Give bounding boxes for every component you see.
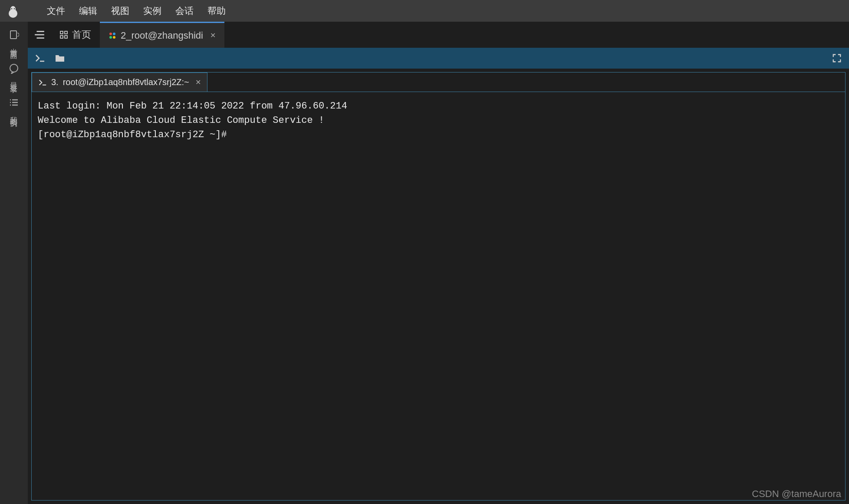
menu-items: 文件 编辑 视图 实例 会话 帮助 [47,5,226,17]
page-reload-icon [9,30,19,40]
toolbar-left [35,53,65,63]
svg-rect-17 [60,36,63,38]
sidebar-label: 当前页面 [9,43,19,48]
tab-label: 2_root@zhangshidi [121,30,203,41]
menu-help[interactable]: 帮助 [207,5,226,17]
terminal-icon[interactable] [35,53,45,63]
sidebar-my-instances[interactable]: 我的实例 [9,97,19,115]
hamburger-button[interactable] [28,22,51,48]
svg-point-1 [10,6,16,12]
menu-bar: 文件 编辑 视图 实例 会话 帮助 [0,0,849,22]
svg-point-2 [11,8,12,10]
svg-point-19 [109,33,112,35]
terminal-prompt-line: [root@iZbp1aq8nbf8vtlax7srj2Z ~]# [38,128,839,142]
sidebar-recent-login[interactable]: 最近登录 [9,63,19,82]
inner-tab-row: 3. root@iZbp1aq8nbf8vtlax7srj2Z:~ ✕ [31,72,846,92]
folder-icon[interactable] [55,53,65,63]
watermark: CSDN @tameAurora [752,488,841,500]
sidebar-label: 最近登录 [9,76,19,82]
tab-session-2[interactable]: 2_root@zhangshidi ✕ [100,22,224,48]
chat-icon [9,63,19,74]
menu-file[interactable]: 文件 [47,5,65,17]
inner-terminal-tab[interactable]: 3. root@iZbp1aq8nbf8vtlax7srj2Z:~ ✕ [32,72,207,92]
close-icon[interactable]: ✕ [195,78,201,86]
menu-view[interactable]: 视图 [111,5,129,17]
menu-edit[interactable]: 编辑 [79,5,97,17]
inner-tab-number: 3. [51,77,59,87]
terminal-line: Last login: Mon Feb 21 22:14:05 2022 fro… [38,99,839,113]
top-tabs: 首页 2_root@zhangshidi ✕ [28,22,849,48]
svg-point-3 [14,8,15,10]
terminal-output[interactable]: Last login: Mon Feb 21 22:14:05 2022 fro… [31,92,846,501]
inner-tab-label: root@iZbp1aq8nbf8vtlax7srj2Z:~ [63,77,189,87]
color-dots-icon [109,32,116,40]
sidebar-current-page[interactable]: 当前页面 [9,30,19,48]
svg-rect-4 [10,31,16,39]
left-sidebar: 当前页面 最近登录 我的实例 [0,22,28,504]
terminal-prompt-icon [38,79,47,86]
main-area: 首页 2_root@zhangshidi ✕ [28,22,849,504]
svg-point-20 [113,33,115,35]
svg-rect-16 [65,31,67,34]
tab-home[interactable]: 首页 [51,22,100,48]
fullscreen-icon[interactable] [832,53,842,63]
svg-rect-18 [65,36,67,38]
menu-session[interactable]: 会话 [175,5,194,17]
svg-point-21 [109,36,112,39]
tab-label: 首页 [72,28,91,41]
terminal-line: Welcome to Alibaba Cloud Elastic Compute… [38,113,839,128]
grid-icon [60,31,68,39]
svg-point-22 [113,36,115,39]
toolbar [28,48,849,69]
svg-point-5 [10,64,18,72]
svg-rect-15 [60,31,63,34]
linux-penguin-icon [8,6,18,16]
sidebar-label: 我的实例 [9,110,19,115]
list-icon [9,97,19,108]
close-icon[interactable]: ✕ [210,31,216,40]
menu-instance[interactable]: 实例 [143,5,161,17]
